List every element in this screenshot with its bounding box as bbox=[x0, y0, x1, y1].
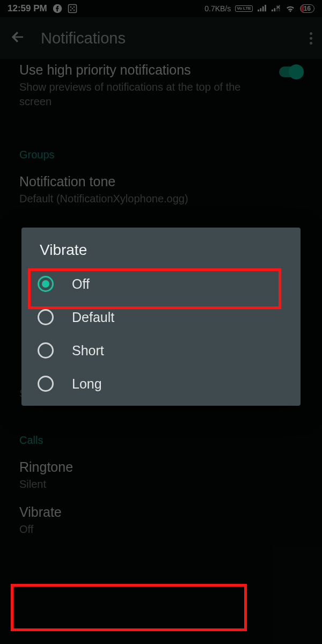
option-label: Default bbox=[72, 310, 114, 325]
row-title: Use high priority notifications bbox=[19, 62, 269, 78]
option-label: Short bbox=[72, 343, 104, 358]
facebook-icon bbox=[53, 4, 62, 13]
radio-icon bbox=[38, 376, 54, 392]
option-short[interactable]: Short bbox=[21, 334, 301, 367]
dialog-title: Vibrate bbox=[21, 228, 301, 267]
more-icon[interactable] bbox=[310, 32, 312, 45]
battery-icon: 16 bbox=[300, 4, 314, 13]
option-off[interactable]: Off bbox=[21, 267, 301, 301]
signal-icon bbox=[257, 5, 267, 12]
signal-2-icon bbox=[271, 5, 281, 12]
svg-point-6 bbox=[72, 8, 73, 9]
row-title: Ringtone bbox=[19, 459, 303, 475]
switch-toggle[interactable] bbox=[279, 67, 303, 77]
page-title: Notifications bbox=[41, 30, 126, 47]
row-vibrate[interactable]: Vibrate Off bbox=[19, 501, 303, 546]
svg-point-4 bbox=[70, 10, 71, 11]
row-title: Vibrate bbox=[19, 504, 303, 520]
row-subtitle: Show previews of notifications at the to… bbox=[19, 80, 269, 109]
dice-icon bbox=[68, 4, 77, 13]
row-subtitle: Default (NotificationXylophone.ogg) bbox=[19, 192, 303, 206]
row-title: Notification tone bbox=[19, 174, 303, 189]
status-time: 12:59 PM bbox=[8, 3, 47, 14]
back-icon[interactable] bbox=[10, 29, 26, 47]
wifi-icon bbox=[285, 4, 296, 13]
section-header-groups: Groups bbox=[19, 149, 303, 161]
radio-icon bbox=[38, 276, 54, 292]
row-subtitle: Off bbox=[19, 522, 303, 537]
option-long[interactable]: Long bbox=[21, 367, 301, 406]
svg-point-5 bbox=[74, 10, 75, 11]
option-label: Long bbox=[72, 376, 102, 392]
status-netspeed: 0.7KB/s bbox=[204, 4, 231, 13]
radio-icon bbox=[38, 309, 54, 325]
volte-icon: Vo LTE bbox=[235, 5, 252, 12]
vibrate-dialog: Vibrate Off Default Short Long bbox=[21, 228, 301, 406]
row-ringtone[interactable]: Ringtone Silent bbox=[19, 452, 303, 501]
status-bar: 12:59 PM 0.7KB/s Vo LTE 16 bbox=[0, 0, 322, 17]
row-subtitle: Silent bbox=[19, 477, 303, 492]
app-bar: Notifications bbox=[0, 17, 322, 59]
row-high-priority[interactable]: Use high priority notifications Show pre… bbox=[19, 59, 303, 119]
section-header-calls: Calls bbox=[19, 434, 303, 447]
svg-point-3 bbox=[74, 6, 75, 8]
option-default[interactable]: Default bbox=[21, 301, 301, 334]
svg-point-2 bbox=[70, 6, 71, 8]
row-notification-tone[interactable]: Notification tone Default (NotificationX… bbox=[19, 166, 303, 216]
option-label: Off bbox=[72, 276, 90, 292]
radio-icon bbox=[38, 342, 54, 358]
